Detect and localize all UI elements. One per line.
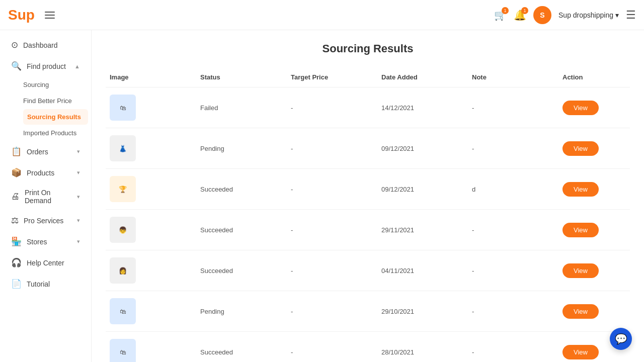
cell-note: d: [468, 184, 558, 195]
page-title: Sourcing Results: [106, 42, 630, 55]
table-row: 🛍 Pending - 29/10/2021 - View: [106, 291, 630, 332]
cell-note: -: [468, 306, 558, 317]
cell-target-price: -: [287, 224, 377, 236]
cell-target-price: -: [287, 143, 377, 154]
cell-image: 🛍: [106, 93, 196, 123]
table-row: 👩 Succeeded - 04/11/2021 - View: [106, 250, 630, 291]
cell-status: Pending: [196, 306, 287, 317]
pro-services-icon: ⚖: [11, 215, 19, 226]
sidebar-item-help-center[interactable]: 🎧 Help Center: [3, 252, 88, 273]
navbar-left: Sup: [8, 7, 57, 23]
product-thumbnail: 👗: [110, 135, 136, 161]
hamburger-button[interactable]: ☰: [626, 9, 636, 22]
col-note: Note: [468, 71, 558, 83]
table-row: 👗 Pending - 09/12/2021 - View: [106, 128, 630, 169]
view-button[interactable]: View: [562, 101, 599, 115]
sidebar-item-orders[interactable]: 📋 Orders ▾: [3, 141, 88, 162]
logo: Sup: [8, 7, 35, 23]
product-thumbnail: 🏆: [110, 176, 136, 202]
col-status: Status: [196, 71, 287, 83]
user-menu-button[interactable]: Sup dropshipping ▾: [558, 11, 619, 19]
cell-date-added: 29/11/2021: [377, 224, 468, 236]
cell-image: 👦: [106, 215, 196, 245]
notifications-badge: 1: [521, 7, 528, 14]
notifications-button[interactable]: 🔔 1: [514, 9, 526, 21]
cell-action: View: [558, 261, 644, 280]
navbar-right: 🛒 1 🔔 1 S Sup dropshipping ▾ ☰: [494, 6, 636, 24]
sidebar-item-find-better-price[interactable]: Find Better Price: [23, 93, 88, 109]
sourcing-results-table: Image Status Target Price Date Added Not…: [106, 67, 630, 362]
product-thumbnail: 🛍: [110, 298, 136, 324]
products-icon: 📦: [11, 167, 22, 178]
cell-date-added: 09/12/2021: [377, 143, 468, 154]
cell-date-added: 14/12/2021: [377, 102, 468, 114]
cell-image: 👗: [106, 133, 196, 163]
sidebar-item-products[interactable]: 📦 Products ▾: [3, 162, 88, 183]
chat-fab-button[interactable]: 💬: [610, 328, 632, 350]
sidebar-item-imported-products[interactable]: Imported Products: [23, 125, 88, 141]
cell-target-price: -: [287, 102, 377, 114]
table-body: 🛍 Failed - 14/12/2021 - View 👗 Pending -…: [106, 87, 630, 362]
orders-icon: 📋: [11, 146, 22, 157]
cell-status: Succeeded: [196, 346, 287, 358]
product-thumbnail: 👩: [110, 257, 136, 284]
chevron-up-icon: ▲: [74, 63, 80, 69]
product-thumbnail: 🛍: [110, 339, 136, 362]
cell-action: View: [558, 99, 644, 117]
chevron-down-icon: ▾: [77, 194, 80, 200]
sidebar-item-pro-services[interactable]: ⚖ Pro Services ▾: [3, 210, 88, 231]
cell-image: 🛍: [106, 296, 196, 326]
view-button[interactable]: View: [562, 263, 599, 278]
sidebar-item-sourcing-results[interactable]: Sourcing Results: [23, 109, 88, 125]
view-button[interactable]: View: [562, 182, 599, 197]
cell-note: -: [468, 346, 558, 358]
sidebar-item-print-on-demand[interactable]: 🖨 Print On Demand ▾: [3, 184, 88, 210]
cell-action: View: [558, 180, 644, 199]
cell-date-added: 28/10/2021: [377, 346, 468, 358]
cell-image: 🛍: [106, 337, 196, 362]
sidebar-item-tutorial[interactable]: 📄 Tutorial: [3, 274, 88, 294]
cell-note: -: [468, 143, 558, 154]
view-button[interactable]: View: [562, 223, 599, 237]
cell-status: Failed: [196, 102, 287, 114]
view-button[interactable]: View: [562, 141, 599, 156]
sidebar-item-dashboard[interactable]: ⊙ Dashboard: [3, 35, 88, 55]
cell-action: View: [558, 302, 644, 321]
navbar: Sup 🛒 1 🔔 1 S Sup dropshipping ▾ ☰: [0, 0, 644, 30]
sidebar-item-stores[interactable]: 🏪 Stores ▾: [3, 231, 88, 252]
table-header: Image Status Target Price Date Added Not…: [106, 67, 630, 87]
chevron-down-icon: ▾: [77, 169, 80, 176]
cell-status: Succeeded: [196, 265, 287, 277]
cell-action: View: [558, 343, 644, 361]
cell-note: -: [468, 102, 558, 114]
view-button[interactable]: View: [562, 345, 599, 359]
chevron-down-icon: ▾: [77, 217, 80, 224]
table-row: 👦 Succeeded - 29/11/2021 - View: [106, 210, 630, 250]
col-date-added: Date Added: [377, 71, 468, 83]
cell-note: -: [468, 224, 558, 236]
main-content: Sourcing Results Image Status Target Pri…: [92, 30, 644, 362]
cell-action: View: [558, 139, 644, 158]
cell-target-price: -: [287, 184, 377, 195]
chevron-down-icon: ▾: [77, 238, 80, 245]
table-row: 🛍 Failed - 14/12/2021 - View: [106, 87, 630, 128]
menu-toggle-button[interactable]: [43, 10, 57, 21]
layout: ⊙ Dashboard 🔍 Find product ▲ Sourcing Fi…: [0, 30, 644, 362]
view-button[interactable]: View: [562, 304, 599, 319]
cell-date-added: 09/12/2021: [377, 184, 468, 195]
cell-date-added: 04/11/2021: [377, 265, 468, 277]
sidebar-item-find-product[interactable]: 🔍 Find product ▲: [3, 56, 88, 76]
col-image: Image: [106, 71, 196, 83]
product-thumbnail: 🛍: [110, 95, 136, 121]
print-on-demand-icon: 🖨: [11, 192, 20, 202]
avatar: S: [533, 6, 551, 24]
cell-action: View: [558, 221, 644, 239]
tutorial-icon: 📄: [11, 279, 22, 289]
cart-button[interactable]: 🛒 1: [494, 9, 507, 21]
sidebar-item-sourcing[interactable]: Sourcing: [23, 77, 88, 93]
cell-status: Succeeded: [196, 184, 287, 195]
cart-badge: 1: [502, 7, 509, 14]
col-action: Action: [558, 71, 644, 83]
cell-image: 👩: [106, 255, 196, 286]
cell-target-price: -: [287, 265, 377, 277]
